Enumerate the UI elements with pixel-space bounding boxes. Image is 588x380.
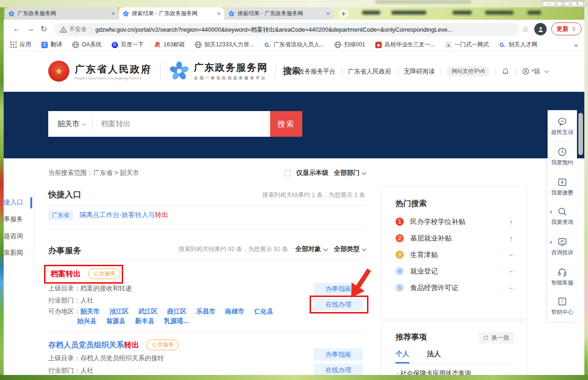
profile-avatar[interactable] bbox=[534, 23, 547, 35]
toolbar-item-inquiry[interactable]: 我要查询 bbox=[548, 207, 577, 226]
refresh-batch-button[interactable]: 换一批 bbox=[479, 332, 514, 344]
bookmark-label: 163邮箱 bbox=[164, 41, 185, 49]
area-link[interactable]: 乳源瑶... bbox=[164, 317, 189, 325]
hot-search-item[interactable]: 1 民办学校学位补贴 ↑ bbox=[382, 213, 527, 230]
area-link[interactable]: 韶关市 bbox=[80, 307, 100, 316]
g-icon: G. bbox=[499, 41, 506, 48]
anchor-quick-entry[interactable]: 快捷入口 bbox=[4, 198, 23, 207]
tab-close-icon[interactable]: × bbox=[217, 11, 220, 17]
recommend-card: 推荐事项 换一批 个人 法人 · 社会保障卡应用状态查询 bbox=[381, 321, 527, 379]
bookmark-oa[interactable]: OA系统 bbox=[72, 41, 102, 49]
desktop: — ▢ × 广东政务服务网 × 搜索结果 - 广东政务服务网 × 搜索结果 - … bbox=[0, 0, 588, 380]
area-link[interactable]: 武江区 bbox=[138, 307, 158, 316]
bookmark-163mail[interactable]: 易 163邮箱 bbox=[154, 41, 185, 49]
area-link[interactable]: 曲江区 bbox=[167, 307, 187, 316]
search-scope-breadcrumb: 当前搜索范围：广东省 > 韶关市 bbox=[48, 169, 139, 177]
area-link[interactable]: 翁源县 bbox=[106, 317, 125, 325]
browser-menu-icon[interactable]: ⋮ bbox=[571, 26, 577, 32]
wallpaper-blob bbox=[391, 11, 426, 15]
bookmark-rencai[interactable]: G. 韶关人才网 bbox=[499, 41, 537, 49]
anchor-consult[interactable]: 问题咨询 bbox=[4, 232, 23, 240]
browser-tab-3[interactable]: 搜索结果 - 广东政务服务网 × bbox=[225, 7, 334, 20]
bookmark-label: 扫描001 bbox=[344, 41, 365, 49]
region-selector[interactable]: 韶关市 bbox=[57, 119, 79, 129]
area-link[interactable]: 新丰县 bbox=[135, 317, 154, 325]
browser-tab-1[interactable]: 广东政务服务网 × bbox=[5, 7, 119, 20]
meta-value: 人社 bbox=[80, 367, 93, 374]
hot-search-item[interactable]: 2 基层就业补贴 ↑ bbox=[382, 230, 527, 246]
annotation-arrow bbox=[345, 264, 375, 303]
tab-personal[interactable]: 个人 bbox=[396, 350, 409, 363]
tab-legal-entity[interactable]: 法人 bbox=[427, 350, 441, 362]
quick-entry-item[interactable]: 广东省 隔离点工作台-旅客转入与转出 bbox=[48, 211, 168, 220]
tab-close-icon[interactable]: × bbox=[326, 11, 330, 17]
browser-update-button[interactable]: 更新 ⋮ bbox=[551, 22, 582, 35]
bookmark-baidu[interactable]: 百 百度一下 bbox=[112, 41, 144, 49]
window-maximize-button[interactable]: ▢ bbox=[557, 1, 570, 6]
g-icon: G. bbox=[264, 41, 271, 48]
toolbar-item-smart-service[interactable]: 智能客服 bbox=[548, 267, 577, 287]
toolbar-item-help-center[interactable]: ! 帮助中心 bbox=[548, 296, 577, 316]
all-objects-dropdown[interactable]: 全部对象 bbox=[295, 245, 327, 253]
user-menu[interactable]: *琼 bbox=[522, 67, 548, 76]
hot-search-item[interactable]: 3 生育津贴 − bbox=[382, 246, 527, 263]
new-tab-button[interactable]: + bbox=[339, 9, 349, 19]
bookmark-sanzhi[interactable]: ◆ 高校毕业生三支一... bbox=[375, 41, 435, 49]
online-apply-button[interactable]: 在线办理 bbox=[314, 364, 363, 376]
nav-national-platform[interactable]: 国家政务服务平台 bbox=[286, 67, 335, 76]
hot-search-item[interactable]: 4 就业登记 − bbox=[382, 263, 527, 279]
not-secure-warning-icon bbox=[60, 26, 67, 33]
browser-tab-2-active[interactable]: 搜索结果 - 广东政务服务网 × bbox=[119, 7, 224, 20]
area-link[interactable]: 乐昌市 bbox=[196, 307, 215, 316]
toolbar-label: 我要查询 bbox=[548, 218, 577, 226]
toolbar-item-appointment[interactable]: 我要预约 bbox=[548, 147, 577, 167]
address-bar[interactable]: 不安全 gdzwfw.gov.cn/portal/v2/search?regio… bbox=[54, 23, 519, 36]
meta-value: 档案的接收和转递 bbox=[80, 285, 132, 292]
trend-flat-icon: − bbox=[509, 284, 513, 292]
bookmark-star-icon[interactable]: ☆ bbox=[522, 24, 529, 34]
only-level-checkbox[interactable] bbox=[284, 170, 291, 176]
search-box: 韶关市 bbox=[48, 111, 270, 137]
scrollbar-thumb[interactable] bbox=[578, 113, 583, 155]
chevron-down-icon[interactable] bbox=[82, 121, 86, 126]
window-minimize-button[interactable]: — bbox=[543, 1, 555, 6]
all-departments-dropdown[interactable]: 全部部门 bbox=[334, 169, 365, 177]
bell-icon[interactable] bbox=[502, 67, 509, 76]
toolbar-item-interaction[interactable]: 政民互动 bbox=[548, 117, 577, 136]
area-link[interactable]: 南雄市 bbox=[225, 307, 244, 316]
bookmark-translate[interactable]: 文 翻译 bbox=[41, 41, 62, 49]
all-types-dropdown[interactable]: 全部类型 bbox=[334, 245, 365, 253]
reload-icon[interactable]: ↻ bbox=[40, 24, 47, 34]
tab-close-icon[interactable]: × bbox=[111, 11, 115, 17]
window-close-button[interactable]: × bbox=[571, 1, 584, 6]
bookmark-12333[interactable]: 韶关12333人力资... bbox=[195, 41, 254, 49]
back-icon[interactable]: ← bbox=[13, 24, 21, 34]
area-link[interactable]: 始兴县 bbox=[77, 317, 96, 325]
area-link[interactable]: 浈江区 bbox=[109, 307, 129, 316]
search-input[interactable] bbox=[100, 119, 270, 129]
bookmark-apps[interactable]: 应用 bbox=[10, 41, 31, 49]
toolbar-item-complaint[interactable]: 咨询投诉 bbox=[548, 237, 577, 257]
result-title-link[interactable]: 存档人员党员组织关系转出 bbox=[48, 341, 139, 349]
search-button[interactable]: 搜索 bbox=[270, 111, 302, 137]
bookmark-liudong[interactable]: G. 广东省流动人员人... bbox=[264, 41, 324, 49]
anchor-services[interactable]: 办事服务 bbox=[4, 215, 23, 224]
nav-gov-site[interactable]: 广东省人民政府 bbox=[348, 67, 391, 76]
divider bbox=[515, 68, 516, 75]
nav-accessibility[interactable]: 无障碍阅读 bbox=[404, 67, 435, 76]
guide-button[interactable]: 办事指南 bbox=[314, 348, 363, 361]
bookmark-scan001[interactable]: 扫描001 bbox=[334, 41, 365, 49]
forward-icon[interactable]: → bbox=[27, 24, 34, 34]
bookmark-yimenshi[interactable]: ▲ 一门式一网式 bbox=[445, 41, 489, 49]
divider bbox=[441, 68, 441, 75]
anchor-policy-news[interactable]: 政策新闻 bbox=[4, 249, 23, 257]
toolbar-item-payment[interactable]: ¥ 我要缴费 bbox=[548, 177, 577, 197]
hot-search-title: 热门搜索 bbox=[396, 198, 527, 209]
hot-search-item[interactable]: 5 食品经营许可证 − bbox=[382, 279, 527, 296]
link-text: 隔离点工作台-旅客转入与 bbox=[79, 211, 155, 218]
bookmark-label: 韶关12333人力资... bbox=[204, 41, 254, 49]
bookmarks-overflow-icon[interactable]: » bbox=[574, 41, 578, 49]
area-link[interactable]: 仁化县 bbox=[254, 307, 273, 316]
quick-entry-link[interactable]: 隔离点工作台-旅客转入与转出 bbox=[79, 211, 168, 218]
divider bbox=[48, 331, 365, 332]
